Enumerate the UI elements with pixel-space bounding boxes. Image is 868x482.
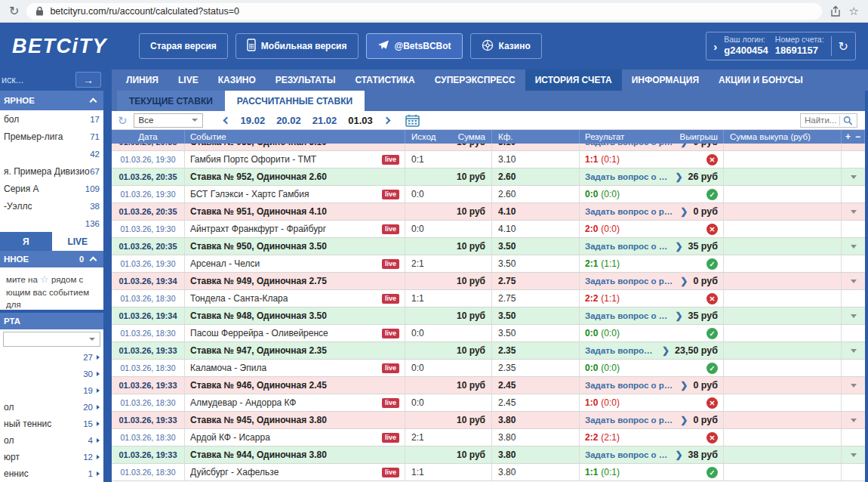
nav-item-statistics[interactable]: СТАТИСТИКА	[345, 70, 424, 91]
next-dates-icon[interactable]	[383, 116, 390, 124]
question-link[interactable]: Задать вопрос о рас...	[585, 172, 669, 181]
favorites-section-header[interactable]: ННОЕ 0	[0, 251, 103, 267]
row-actions-cell	[842, 377, 865, 394]
account-panel[interactable]: › Ваш логин: g2400454 Номер счета: 18691…	[706, 32, 856, 60]
sport-item-name: ол	[4, 435, 88, 446]
bet-row[interactable]: 01.03.26, 20:35Ставка № 950, Одиночная 3…	[112, 238, 865, 255]
sidebar-popular-item[interactable]: бол17	[0, 110, 103, 128]
sidebar-sport-item[interactable]: юрт12	[0, 449, 103, 465]
sports-filter-select[interactable]	[3, 332, 100, 347]
bets-filter-select[interactable]: Все	[134, 113, 203, 128]
collapse-all-button[interactable]: −	[855, 131, 860, 142]
nav-item-results[interactable]: РЕЗУЛЬТАТЫ	[266, 70, 346, 91]
sport-item-count: 30	[83, 369, 93, 378]
expand-bet-caret[interactable]	[851, 349, 857, 353]
expand-bet-caret[interactable]	[851, 280, 857, 283]
row-actions-cell	[842, 151, 865, 168]
question-link[interactable]: Задать вопрос о расч...	[585, 207, 674, 216]
sidebar-sport-item[interactable]: еннис1	[0, 465, 103, 482]
share-icon[interactable]	[830, 5, 842, 17]
bet-title: Ставка № 949, Одиночная 2.75	[190, 276, 327, 286]
bet-row[interactable]: 01.03.26, 19:33Ставка № 946, Одиночная 2…	[112, 377, 865, 394]
question-link[interactable]: Задать вопрос о расч...	[585, 144, 674, 147]
expand-bet-caret[interactable]	[851, 384, 857, 388]
question-link[interactable]: Задать вопрос о рас...	[585, 450, 669, 459]
sports-section-header[interactable]: РТА	[0, 313, 103, 329]
nav-item-account-history[interactable]: ИСТОРИЯ СЧЕТА	[525, 70, 622, 91]
nav-item-live[interactable]: LIVE	[168, 70, 208, 91]
old-version-button[interactable]: Старая версия	[139, 33, 228, 59]
sidebar-popular-item[interactable]: -Уэллс38	[0, 197, 103, 215]
mobile-version-label: Мобильная версия	[261, 41, 347, 51]
question-link[interactable]: Задать вопрос о расч...	[585, 381, 674, 390]
reload-icon[interactable]: ↻	[9, 5, 19, 17]
nav-item-information[interactable]: ИНФОРМАЦИЯ	[622, 70, 709, 91]
bet-row[interactable]: 01.03.26, 19:33Ставка № 947, Одиночная 2…	[112, 342, 865, 360]
date-option[interactable]: 20.02	[276, 115, 301, 126]
expand-bet-caret[interactable]	[851, 453, 857, 457]
expand-all-button[interactable]: +	[845, 131, 851, 142]
bet-row[interactable]: 01.03.26, 20:35Ставка № 953, Одиночная 3…	[112, 144, 865, 151]
prev-dates-icon[interactable]	[223, 116, 230, 124]
sidebar-popular-item[interactable]: 42	[0, 145, 103, 162]
nav-item-superexpress[interactable]: СУПЕРЭКСПРЕСС	[425, 70, 525, 91]
sidebar-popular-item[interactable]: Премьер-лига71	[0, 128, 103, 145]
sidebar-sport-item[interactable]: 27	[0, 349, 103, 366]
expand-bet-caret[interactable]	[851, 245, 857, 249]
expand-bet-caret[interactable]	[851, 419, 857, 422]
refresh-account-icon[interactable]: ↻	[839, 39, 848, 54]
table-search[interactable]: Найти...	[800, 113, 857, 128]
question-link[interactable]: Задать вопрос о ...	[585, 346, 656, 355]
bookmark-star-icon[interactable]: ☆	[849, 5, 859, 18]
date-option[interactable]: 21.02	[312, 115, 337, 126]
sidebar-popular-item[interactable]: Серия А109	[0, 180, 103, 197]
sidebar-sport-item[interactable]: ол20	[0, 399, 103, 416]
sidebar-popular-item[interactable]: 136	[0, 215, 103, 232]
betcity-logo[interactable]: BETCiTY	[12, 35, 139, 58]
question-link[interactable]: Задать вопрос о расч...	[585, 277, 674, 286]
sidebar-sport-item[interactable]: 19	[0, 382, 103, 399]
bet-row[interactable]: 01.03.26, 19:33Ставка № 945, Одиночная 3…	[112, 412, 865, 429]
bet-row[interactable]: 01.03.26, 19:34Ставка № 948, Одиночная 3…	[112, 307, 865, 325]
nav-item-promotions[interactable]: АКЦИИ И БОНУСЫ	[709, 70, 813, 91]
sidebar-search[interactable]: иск... →	[0, 70, 112, 91]
date-option[interactable]: 19.02	[241, 115, 266, 126]
tab-current-bets[interactable]: ТЕКУЩИЕ СТАВКИ	[117, 91, 225, 111]
bet-row[interactable]: 01.03.26, 19:33Ставка № 944, Одиночная 3…	[112, 446, 865, 464]
divider	[839, 116, 840, 125]
search-icon[interactable]	[843, 116, 853, 125]
col-header-date: Дата	[112, 130, 185, 144]
question-link[interactable]: Задать вопрос о рас...	[585, 242, 669, 251]
expand-bet-caret[interactable]	[851, 314, 857, 318]
question-link[interactable]: Задать вопрос о рас...	[585, 311, 669, 320]
casino-button[interactable]: Казино	[470, 33, 542, 59]
nav-item-casino[interactable]: КАЗИНО	[208, 70, 266, 91]
sidebar-tab-live[interactable]: LIVE	[52, 232, 104, 251]
telegram-bot-button[interactable]: @BetsBCBot	[366, 33, 463, 59]
sidebar-sport-item[interactable]: ный теннис15	[0, 416, 103, 432]
expand-bet-caret[interactable]	[851, 175, 857, 179]
browser-bar: ↻ betcityru.com/ru/account/calculated?st…	[0, 0, 868, 23]
bet-row[interactable]: 01.03.26, 20:35Ставка № 952, Одиночная 2…	[112, 168, 865, 186]
sidebar-tab-line[interactable]: Я	[0, 232, 52, 251]
popular-section-header[interactable]: ЯРНОЕ	[0, 91, 103, 110]
row-result-cell: Задать вопрос о расч...❯0 руб	[580, 412, 724, 428]
calendar-icon[interactable]	[405, 114, 420, 127]
row-event-cell: Ставка № 944, Одиночная 3.80	[185, 446, 405, 463]
sidebar-sport-item[interactable]: 30	[0, 366, 103, 382]
question-link[interactable]: Задать вопрос о расч...	[585, 416, 674, 425]
tab-calculated-bets[interactable]: РАССЧИТАННЫЕ СТАВКИ	[225, 91, 365, 111]
sidebar-sport-item[interactable]: ол4	[0, 432, 103, 449]
search-go-button[interactable]: →	[75, 72, 101, 88]
sidebar-popular-item[interactable]: я. Примера Дивизион67	[0, 162, 103, 180]
mobile-version-button[interactable]: Мобильная версия	[235, 33, 359, 59]
bet-row[interactable]: 01.03.26, 19:34Ставка № 949, Одиночная 2…	[112, 273, 865, 290]
address-bar[interactable]: betcityru.com/ru/account/calculated?stat…	[26, 3, 821, 20]
bet-row[interactable]: 01.03.26, 20:35Ставка № 951, Одиночная 4…	[112, 203, 865, 221]
live-badge: live	[382, 398, 399, 408]
row-actions-cell	[842, 446, 865, 463]
nav-item-line[interactable]: ЛИНИЯ	[116, 70, 168, 91]
refresh-bets-icon[interactable]: ↻	[118, 115, 128, 126]
expand-bet-caret[interactable]	[851, 210, 857, 214]
date-option[interactable]: 01.03	[348, 115, 373, 126]
